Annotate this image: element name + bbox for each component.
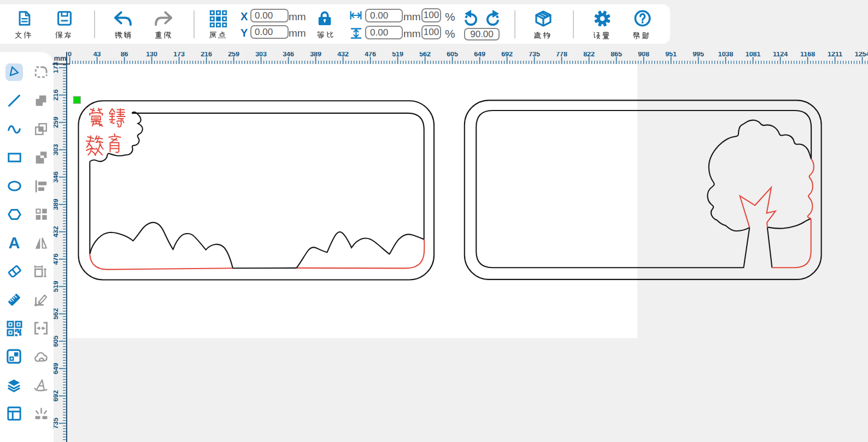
svg-text:692: 692 — [501, 52, 513, 58]
svg-text:1211: 1211 — [828, 52, 842, 58]
svg-text:432: 432 — [54, 226, 60, 237]
svg-text:173: 173 — [54, 62, 60, 73]
svg-text:0: 0 — [68, 52, 72, 58]
svg-text:1124: 1124 — [773, 52, 788, 58]
svg-text:346: 346 — [283, 52, 294, 58]
svg-text:951: 951 — [665, 52, 677, 58]
svg-text:43: 43 — [93, 52, 101, 58]
svg-text:908: 908 — [638, 52, 649, 58]
svg-text:1168: 1168 — [800, 52, 815, 58]
svg-text:562: 562 — [419, 52, 431, 58]
svg-text:476: 476 — [54, 253, 60, 265]
svg-text:649: 649 — [474, 52, 485, 58]
svg-text:995: 995 — [693, 52, 704, 58]
svg-text:303: 303 — [54, 144, 60, 155]
svg-text:562: 562 — [54, 308, 60, 319]
svg-text:476: 476 — [365, 52, 376, 58]
svg-text:216: 216 — [201, 52, 212, 58]
svg-text:735: 735 — [54, 417, 60, 429]
svg-text:259: 259 — [228, 52, 239, 58]
svg-text:692: 692 — [54, 390, 60, 402]
svg-text:432: 432 — [337, 52, 349, 58]
svg-text:130: 130 — [146, 52, 157, 58]
svg-text:86: 86 — [121, 52, 128, 58]
svg-text:389: 389 — [54, 199, 60, 210]
svg-text:346: 346 — [54, 171, 60, 183]
svg-text:778: 778 — [556, 52, 567, 58]
svg-text:735: 735 — [529, 52, 540, 58]
svg-text:605: 605 — [54, 335, 60, 347]
svg-text:216: 216 — [54, 89, 60, 101]
svg-text:865: 865 — [611, 52, 622, 58]
svg-text:822: 822 — [583, 52, 595, 58]
svg-text:649: 649 — [54, 363, 60, 374]
svg-text:1254: 1254 — [855, 52, 868, 58]
svg-text:1081: 1081 — [746, 52, 761, 58]
svg-text:173: 173 — [173, 52, 185, 58]
svg-text:519: 519 — [392, 52, 403, 58]
svg-text:389: 389 — [310, 52, 321, 58]
svg-text:605: 605 — [447, 52, 458, 58]
svg-text:259: 259 — [54, 117, 60, 128]
svg-text:303: 303 — [255, 52, 267, 58]
svg-text:1038: 1038 — [718, 52, 734, 58]
svg-text:519: 519 — [54, 281, 60, 292]
